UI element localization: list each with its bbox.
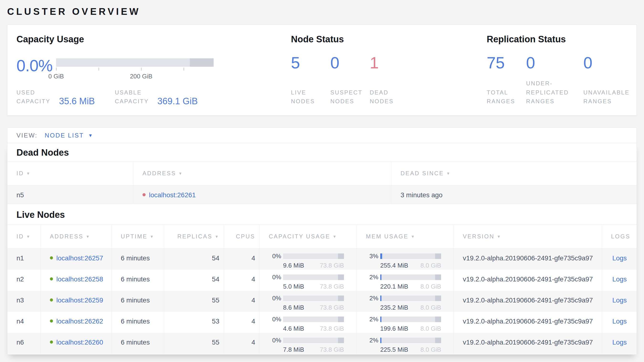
node-address-link[interactable]: localhost:26259	[56, 296, 103, 304]
node-status-section: Node Status 5 LIVE NODES 0 SUSPECT NODES…	[291, 35, 487, 106]
cell-uptime: 6 minutes	[112, 291, 164, 312]
view-dropdown-value: NODE LIST	[45, 132, 84, 139]
cell-node-id: n2	[8, 270, 41, 291]
cell-replicas: 54	[164, 249, 224, 270]
capacity-used-value: 5.0 MiB	[283, 283, 304, 290]
cell-capacity-usage: 0% 8.6 MiB 73.8 GiB	[260, 291, 357, 312]
cell-node-id: n4	[8, 312, 41, 333]
mem-meter-tail	[435, 253, 441, 259]
node-address-link[interactable]: localhost:26258	[56, 275, 103, 283]
capacity-total-value: 73.8 GiB	[320, 346, 344, 353]
column-header-dead-since[interactable]: DEAD SINCE▼	[392, 161, 637, 185]
capacity-meter-tail	[338, 295, 344, 301]
column-header-id[interactable]: ID▼	[8, 161, 134, 185]
suspect-nodes-stat: 0 SUSPECT NODES	[330, 55, 370, 106]
live-node-row: n4 localhost:26262 6 minutes 53 4 0%	[8, 312, 636, 333]
capacity-bar-wrap: 0 GiB 200 GiB	[56, 58, 214, 80]
capacity-meter-bar	[283, 253, 344, 259]
cell-mem-usage: 2% 225.5 MiB 8.0 GiB	[357, 333, 454, 354]
cell-uptime: 6 minutes	[112, 333, 164, 354]
node-address-link[interactable]: localhost:26260	[56, 338, 103, 346]
capacity-meter-tail	[338, 274, 344, 280]
usable-capacity-value: 369.1 GiB	[157, 96, 198, 106]
page-title: CLUSTER OVERVIEW	[7, 6, 637, 17]
logs-link[interactable]: Logs	[612, 317, 627, 325]
cell-node-address: localhost:26259	[41, 291, 112, 312]
capacity-meter-bar	[283, 317, 344, 322]
view-dropdown[interactable]: NODE LIST ▼	[45, 132, 93, 139]
node-address-link[interactable]: localhost:26262	[56, 317, 103, 325]
capacity-total-value: 73.8 GiB	[320, 325, 344, 332]
dead-nodes-heading: Dead Nodes	[8, 143, 636, 161]
cell-cpus: 4	[224, 249, 260, 270]
mem-percent-label: 2%	[362, 274, 378, 281]
mem-meter-bar	[380, 317, 441, 322]
capacity-usage-section: Capacity Usage 0.0%	[16, 35, 291, 106]
capacity-used-value: 7.8 MiB	[283, 346, 304, 353]
axis-tick-label: 200 GiB	[130, 73, 152, 80]
column-header-version[interactable]: VERSION▼	[454, 225, 602, 248]
column-header-replicas[interactable]: REPLICAS▼	[164, 225, 224, 248]
suspect-nodes-label: SUSPECT NODES	[330, 88, 370, 106]
cell-node-id: n3	[8, 291, 41, 312]
capacity-usage-chart: 0.0%	[16, 57, 291, 80]
dead-nodes-table-body: n5 localhost:26261 3 minutes ago	[8, 186, 636, 204]
mem-used-value: 235.2 MiB	[380, 304, 408, 311]
axis-tick	[56, 68, 56, 71]
mem-meter-fill	[380, 317, 382, 322]
node-address-link[interactable]: localhost:26261	[149, 191, 196, 199]
capacity-percent: 0.0%	[16, 57, 56, 74]
sort-desc-icon: ▼	[150, 235, 154, 239]
mem-meter-tail	[435, 274, 441, 280]
total-ranges-count: 75	[487, 55, 526, 71]
live-nodes-label: LIVE NODES	[291, 88, 330, 106]
mem-used-value: 225.5 MiB	[380, 346, 408, 353]
cell-logs: Logs	[602, 270, 637, 291]
column-header-address[interactable]: ADDRESS▼	[41, 225, 112, 248]
cell-node-id: n6	[8, 333, 41, 354]
mem-total-value: 8.0 GiB	[420, 262, 441, 269]
mem-meter-tail	[435, 317, 441, 322]
mem-percent-label: 3%	[362, 253, 378, 260]
logs-link[interactable]: Logs	[612, 296, 627, 304]
sort-desc-icon: ▼	[446, 171, 451, 175]
mem-meter-fill	[380, 338, 382, 343]
capacity-meter-tail	[338, 253, 344, 259]
sort-desc-icon: ▼	[411, 235, 415, 239]
replication-status-stats: 75 TOTAL RANGES 0 UNDER- REPLICATED RANG…	[487, 55, 636, 106]
under-replicated-ranges-count: 0	[526, 55, 583, 71]
mem-meter-fill	[380, 253, 382, 259]
capacity-used-value: 9.6 MiB	[283, 262, 304, 269]
total-ranges-stat: 75 TOTAL RANGES	[487, 55, 526, 106]
cell-logs: Logs	[602, 312, 637, 333]
logs-link[interactable]: Logs	[612, 275, 627, 283]
cell-dead-since: 3 minutes ago	[392, 186, 637, 204]
unavailable-ranges-label: UNAVAILABLE RANGES	[583, 88, 623, 106]
column-header-mem-usage[interactable]: MEM USAGE▼	[357, 225, 454, 248]
column-header-id[interactable]: ID▼	[8, 225, 41, 248]
logs-link[interactable]: Logs	[612, 254, 627, 262]
dead-nodes-table-header: ID▼ ADDRESS▼ DEAD SINCE▼	[8, 161, 636, 186]
cell-cpus: 4	[224, 291, 260, 312]
mem-total-value: 8.0 GiB	[420, 346, 441, 353]
cluster-overview-page: CLUSTER OVERVIEW Capacity Usage 0.0%	[0, 0, 644, 362]
live-nodes-count: 5	[291, 55, 330, 71]
cell-mem-usage: 2% 220.1 MiB 8.0 GiB	[357, 270, 454, 291]
live-nodes-table-header: ID▼ ADDRESS▼ UPTIME▼ REPLICAS▼ CPUS CAPA…	[8, 224, 636, 249]
node-address-link[interactable]: localhost:26257	[56, 254, 103, 262]
logs-link[interactable]: Logs	[612, 338, 627, 346]
mem-total-value: 8.0 GiB	[420, 304, 441, 311]
dead-nodes-label: DEAD NODES	[370, 88, 409, 106]
node-list-card: Dead Nodes ID▼ ADDRESS▼ DEAD SINCE▼ n5 l…	[7, 143, 637, 354]
column-header-capacity-usage[interactable]: CAPACITY USAGE▼	[260, 225, 357, 248]
mem-used-value: 199.6 MiB	[380, 325, 408, 332]
capacity-used-value: 4.6 MiB	[283, 325, 304, 332]
column-header-uptime[interactable]: UPTIME▼	[112, 225, 164, 248]
capacity-total-value: 73.8 GiB	[320, 304, 344, 311]
cell-replicas: 55	[164, 291, 224, 312]
cell-node-address: localhost:26258	[41, 270, 112, 291]
cell-capacity-usage: 0% 5.0 MiB 73.8 GiB	[260, 270, 357, 291]
column-header-address[interactable]: ADDRESS▼	[134, 161, 392, 185]
under-replicated-ranges-label: UNDER- REPLICATED RANGES	[526, 79, 583, 106]
view-bar: VIEW: NODE LIST ▼	[7, 127, 637, 143]
